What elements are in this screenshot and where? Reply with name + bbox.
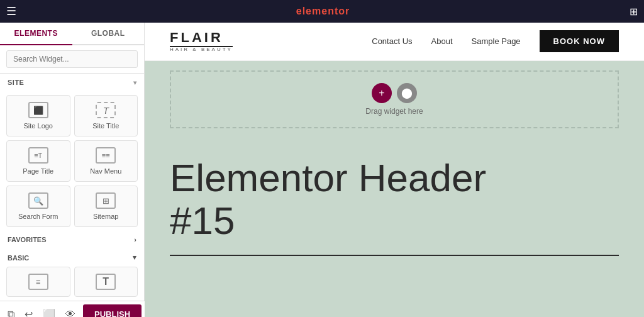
widget-sitemap-label: Sitemap <box>93 213 118 220</box>
main-heading-line2: #15 <box>170 199 235 242</box>
add-widget-icon[interactable]: + <box>372 83 392 103</box>
widget-search-form[interactable]: 🔍 Search Form <box>6 186 70 227</box>
sitemap-icon: ⊞ <box>96 192 116 209</box>
undo-icon[interactable]: ↩ <box>22 306 35 317</box>
sidebar: ELEMENTS GLOBAL SITE ▾ ⬛ Site Logo T <box>0 23 145 301</box>
eye-icon[interactable]: 👁 <box>63 306 78 318</box>
sidebar-tabs: ELEMENTS GLOBAL <box>0 23 144 45</box>
basic-chevron-icon: ▾ <box>133 253 136 262</box>
nav-contact-us[interactable]: Contact Us <box>372 36 412 46</box>
sidebar-wrapper: ELEMENTS GLOBAL SITE ▾ ⬛ Site Logo T <box>0 23 145 317</box>
site-logo: FLAIR HAIR & BEAUTY <box>170 30 233 53</box>
heading-icon: T <box>96 274 116 290</box>
widget-site-logo[interactable]: ⬛ Site Logo <box>6 95 70 136</box>
basic-label: BASIC <box>8 254 29 262</box>
favorites-label: FAVORITES <box>8 236 47 243</box>
logo-sub-text: HAIR & BEAUTY <box>170 47 233 53</box>
basic-widget-grid: ≡ T <box>0 267 144 301</box>
site-section-header[interactable]: SITE ▾ <box>0 74 144 91</box>
publish-button[interactable]: PUBLISH <box>83 304 142 317</box>
builder-logo: elementor <box>23 6 623 17</box>
nav-about[interactable]: About <box>431 36 453 46</box>
nav-sample-page[interactable]: Sample Page <box>472 36 521 46</box>
heading-divider <box>170 255 619 256</box>
widget-heading[interactable]: T <box>74 267 138 297</box>
site-logo-icon: ⬛ <box>28 102 48 118</box>
widget-nav-menu-label: Nav Menu <box>90 167 121 175</box>
book-now-button[interactable]: BOOK NOW <box>540 30 619 52</box>
canvas: FLAIR HAIR & BEAUTY Contact Us About Sam… <box>145 23 644 317</box>
grid-icon[interactable]: ⊞ <box>630 6 638 18</box>
drop-zone-icons: + ⬤ <box>372 83 417 103</box>
widget-page-title-label: Page Title <box>23 167 53 175</box>
widget-site-logo-label: Site Logo <box>24 122 53 130</box>
main-heading: Elementor Header #15 <box>170 157 619 242</box>
site-section-label: SITE <box>8 79 24 86</box>
text-editor-icon: ≡ <box>28 274 48 290</box>
nav-menu-icon: ≡≡ <box>96 147 116 164</box>
main-layout: ELEMENTS GLOBAL SITE ▾ ⬛ Site Logo T <box>0 23 644 317</box>
responsive-icon[interactable]: ⬜ <box>40 306 58 317</box>
logo-brand-name: FLAIR <box>170 30 233 47</box>
widget-page-title[interactable]: ≡T Page Title <box>6 140 70 182</box>
tab-global[interactable]: GLOBAL <box>72 23 145 44</box>
site-header: FLAIR HAIR & BEAUTY Contact Us About Sam… <box>145 23 644 61</box>
builder-topbar: ☰ elementor ⊞ <box>0 0 644 23</box>
sidebar-search-container <box>0 45 144 74</box>
widget-text-editor[interactable]: ≡ <box>6 267 70 297</box>
search-form-icon: 🔍 <box>28 192 48 209</box>
site-nav: Contact Us About Sample Page BOOK NOW <box>372 30 619 52</box>
canvas-content: Elementor Header #15 <box>145 138 644 317</box>
page-title-icon: ≡T <box>28 147 48 164</box>
widget-nav-menu[interactable]: ≡≡ Nav Menu <box>74 140 138 182</box>
layers-icon[interactable]: ⧉ <box>5 306 17 318</box>
chevron-down-icon: ▾ <box>133 79 137 86</box>
hamburger-icon[interactable]: ☰ <box>6 4 16 18</box>
widget-site-title[interactable]: T Site Title <box>74 95 138 136</box>
widget-site-title-label: Site Title <box>92 122 119 130</box>
widget-search-form-label: Search Form <box>18 213 58 220</box>
widget-sitemap[interactable]: ⊞ Sitemap <box>74 186 138 227</box>
tab-elements[interactable]: ELEMENTS <box>0 23 72 45</box>
bottom-toolbar: ⧉ ↩ ⬜ 👁 PUBLISH ▲ <box>0 301 145 317</box>
basic-section-header[interactable]: BASIC ▾ <box>0 248 144 267</box>
widget-grid: ⬛ Site Logo T Site Title ≡T Page Title ≡… <box>0 91 144 231</box>
site-title-icon: T <box>96 102 116 118</box>
favorites-chevron-icon: › <box>134 236 136 243</box>
main-heading-line1: Elementor Header <box>170 156 486 199</box>
drag-icon[interactable]: ⬤ <box>397 83 417 103</box>
drop-zone-label: Drag widget here <box>365 107 423 116</box>
canvas-drop-zone[interactable]: + ⬤ Drag widget here <box>170 70 619 128</box>
search-input[interactable] <box>6 50 138 68</box>
favorites-section-header[interactable]: FAVORITES › <box>0 231 144 248</box>
